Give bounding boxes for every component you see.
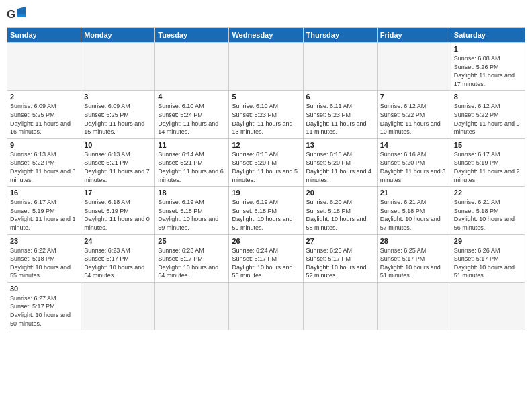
weekday-tuesday: Tuesday (155, 28, 229, 43)
calendar-cell (81, 43, 155, 91)
day-number: 27 (306, 237, 374, 245)
day-info: Sunrise: 6:08 AMSunset: 5:26 PMDaylight:… (454, 54, 522, 88)
calendar-cell: 24Sunrise: 6:23 AMSunset: 5:17 PMDayligh… (81, 234, 155, 282)
day-info: Sunrise: 6:16 AMSunset: 5:20 PMDaylight:… (380, 150, 448, 184)
day-info: Sunrise: 6:10 AMSunset: 5:24 PMDaylight:… (158, 102, 226, 136)
calendar-cell: 12Sunrise: 6:15 AMSunset: 5:20 PMDayligh… (229, 138, 303, 186)
day-info: Sunrise: 6:12 AMSunset: 5:22 PMDaylight:… (454, 102, 522, 136)
calendar-cell (155, 43, 229, 91)
day-info: Sunrise: 6:23 AMSunset: 5:17 PMDaylight:… (84, 246, 152, 280)
calendar-row: 23Sunrise: 6:22 AMSunset: 5:18 PMDayligh… (7, 234, 525, 282)
day-number: 5 (232, 93, 300, 101)
calendar-row: 30Sunrise: 6:27 AMSunset: 5:17 PMDayligh… (7, 282, 525, 330)
calendar: Sunday Monday Tuesday Wednesday Thursday… (7, 27, 525, 330)
day-number: 3 (84, 93, 152, 101)
calendar-cell: 26Sunrise: 6:24 AMSunset: 5:17 PMDayligh… (229, 234, 303, 282)
day-info: Sunrise: 6:22 AMSunset: 5:18 PMDaylight:… (10, 246, 78, 280)
day-info: Sunrise: 6:17 AMSunset: 5:19 PMDaylight:… (454, 150, 522, 184)
calendar-cell: 4Sunrise: 6:10 AMSunset: 5:24 PMDaylight… (155, 91, 229, 138)
svg-marker-3 (17, 14, 26, 17)
day-number: 17 (84, 189, 152, 197)
calendar-cell: 3Sunrise: 6:09 AMSunset: 5:25 PMDaylight… (81, 91, 155, 138)
day-number: 16 (10, 189, 78, 197)
day-number: 28 (380, 237, 448, 245)
calendar-cell: 17Sunrise: 6:18 AMSunset: 5:19 PMDayligh… (81, 187, 155, 234)
calendar-cell: 2Sunrise: 6:09 AMSunset: 5:25 PMDaylight… (7, 91, 81, 138)
day-info: Sunrise: 6:15 AMSunset: 5:20 PMDaylight:… (306, 150, 374, 184)
calendar-cell (81, 282, 155, 330)
calendar-row: 16Sunrise: 6:17 AMSunset: 5:19 PMDayligh… (7, 187, 525, 234)
day-info: Sunrise: 6:21 AMSunset: 5:18 PMDaylight:… (380, 198, 448, 232)
weekday-thursday: Thursday (303, 28, 377, 43)
calendar-row: 9Sunrise: 6:13 AMSunset: 5:22 PMDaylight… (7, 138, 525, 186)
weekday-friday: Friday (377, 28, 451, 43)
day-number: 2 (10, 93, 78, 101)
day-info: Sunrise: 6:19 AMSunset: 5:18 PMDaylight:… (158, 198, 226, 232)
calendar-cell (451, 282, 525, 330)
day-number: 6 (306, 93, 374, 101)
calendar-cell: 23Sunrise: 6:22 AMSunset: 5:18 PMDayligh… (7, 234, 81, 282)
calendar-cell: 8Sunrise: 6:12 AMSunset: 5:22 PMDaylight… (451, 91, 525, 138)
day-info: Sunrise: 6:27 AMSunset: 5:17 PMDaylight:… (10, 294, 78, 328)
day-number: 19 (232, 189, 300, 197)
calendar-cell: 29Sunrise: 6:26 AMSunset: 5:17 PMDayligh… (451, 234, 525, 282)
calendar-cell: 11Sunrise: 6:14 AMSunset: 5:21 PMDayligh… (155, 138, 229, 186)
day-info: Sunrise: 6:21 AMSunset: 5:18 PMDaylight:… (454, 198, 522, 232)
day-info: Sunrise: 6:10 AMSunset: 5:23 PMDaylight:… (232, 102, 300, 136)
logo-icon: G (7, 7, 26, 21)
calendar-cell: 20Sunrise: 6:20 AMSunset: 5:18 PMDayligh… (303, 187, 377, 234)
calendar-cell: 14Sunrise: 6:16 AMSunset: 5:20 PMDayligh… (377, 138, 451, 186)
day-number: 14 (380, 141, 448, 149)
day-number: 21 (380, 189, 448, 197)
calendar-cell: 18Sunrise: 6:19 AMSunset: 5:18 PMDayligh… (155, 187, 229, 234)
calendar-cell: 25Sunrise: 6:23 AMSunset: 5:17 PMDayligh… (155, 234, 229, 282)
day-info: Sunrise: 6:15 AMSunset: 5:20 PMDaylight:… (232, 150, 300, 184)
day-info: Sunrise: 6:18 AMSunset: 5:19 PMDaylight:… (84, 198, 152, 232)
calendar-cell (7, 43, 81, 91)
calendar-cell: 22Sunrise: 6:21 AMSunset: 5:18 PMDayligh… (451, 187, 525, 234)
day-number: 8 (454, 93, 522, 101)
day-number: 30 (10, 285, 78, 293)
day-number: 15 (454, 141, 522, 149)
day-number: 12 (232, 141, 300, 149)
calendar-cell: 6Sunrise: 6:11 AMSunset: 5:23 PMDaylight… (303, 91, 377, 138)
day-number: 7 (380, 93, 448, 101)
day-number: 18 (158, 189, 226, 197)
day-number: 1 (454, 45, 522, 53)
day-number: 13 (306, 141, 374, 149)
page-header: G (7, 7, 525, 21)
svg-text:G: G (7, 8, 15, 21)
day-info: Sunrise: 6:20 AMSunset: 5:18 PMDaylight:… (306, 198, 374, 232)
calendar-cell: 30Sunrise: 6:27 AMSunset: 5:17 PMDayligh… (7, 282, 81, 330)
day-info: Sunrise: 6:25 AMSunset: 5:17 PMDaylight:… (380, 246, 448, 280)
day-info: Sunrise: 6:26 AMSunset: 5:17 PMDaylight:… (454, 246, 522, 280)
day-number: 4 (158, 93, 226, 101)
calendar-cell: 21Sunrise: 6:21 AMSunset: 5:18 PMDayligh… (377, 187, 451, 234)
calendar-cell: 7Sunrise: 6:12 AMSunset: 5:22 PMDaylight… (377, 91, 451, 138)
calendar-cell (377, 43, 451, 91)
calendar-cell: 13Sunrise: 6:15 AMSunset: 5:20 PMDayligh… (303, 138, 377, 186)
calendar-cell: 5Sunrise: 6:10 AMSunset: 5:23 PMDaylight… (229, 91, 303, 138)
calendar-cell: 27Sunrise: 6:25 AMSunset: 5:17 PMDayligh… (303, 234, 377, 282)
calendar-cell: 16Sunrise: 6:17 AMSunset: 5:19 PMDayligh… (7, 187, 81, 234)
weekday-monday: Monday (81, 28, 155, 43)
calendar-row: 2Sunrise: 6:09 AMSunset: 5:25 PMDaylight… (7, 91, 525, 138)
weekday-header-row: Sunday Monday Tuesday Wednesday Thursday… (7, 28, 525, 43)
day-number: 22 (454, 189, 522, 197)
day-info: Sunrise: 6:23 AMSunset: 5:17 PMDaylight:… (158, 246, 226, 280)
day-info: Sunrise: 6:25 AMSunset: 5:17 PMDaylight:… (306, 246, 374, 280)
day-info: Sunrise: 6:13 AMSunset: 5:22 PMDaylight:… (10, 150, 78, 184)
day-number: 11 (158, 141, 226, 149)
day-number: 25 (158, 237, 226, 245)
calendar-cell (155, 282, 229, 330)
day-number: 20 (306, 189, 374, 197)
calendar-cell: 10Sunrise: 6:13 AMSunset: 5:21 PMDayligh… (81, 138, 155, 186)
weekday-wednesday: Wednesday (229, 28, 303, 43)
day-info: Sunrise: 6:19 AMSunset: 5:18 PMDaylight:… (232, 198, 300, 232)
day-info: Sunrise: 6:11 AMSunset: 5:23 PMDaylight:… (306, 102, 374, 136)
calendar-cell: 1Sunrise: 6:08 AMSunset: 5:26 PMDaylight… (451, 43, 525, 91)
weekday-sunday: Sunday (7, 28, 81, 43)
day-number: 9 (10, 141, 78, 149)
day-info: Sunrise: 6:24 AMSunset: 5:17 PMDaylight:… (232, 246, 300, 280)
day-number: 23 (10, 237, 78, 245)
